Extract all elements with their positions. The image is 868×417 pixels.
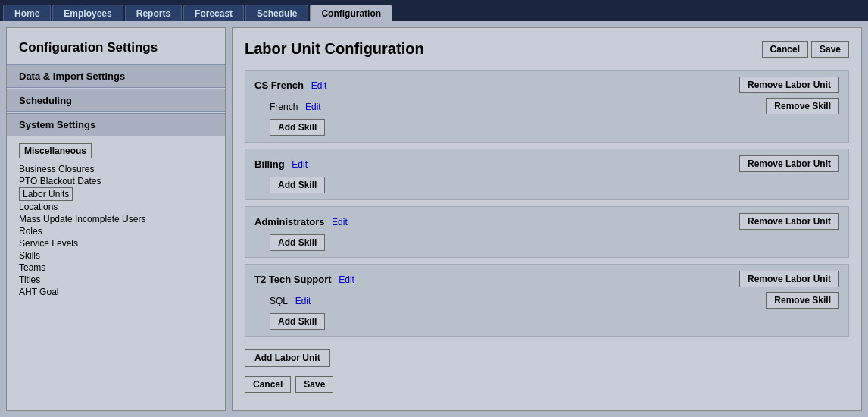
administrators-add-skill-button[interactable]: Add Skill — [270, 234, 325, 251]
skill-row-sql: SQL Edit Remove Skill — [254, 292, 839, 309]
labor-unit-administrators-header: Administrators Edit Remove Labor Unit — [254, 213, 839, 230]
billing-label: Billing — [254, 158, 285, 170]
main-content: Configuration Settings Data & Import Set… — [0, 21, 868, 417]
sidebar-link-mass-update[interactable]: Mass Update Incomplete Users — [19, 213, 213, 225]
administrators-edit-link[interactable]: Edit — [332, 217, 348, 227]
bottom-cancel-button[interactable]: Cancel — [245, 376, 291, 393]
nav-tab-home[interactable]: Home — [3, 5, 51, 21]
skill-french-name-group: French Edit — [270, 101, 321, 112]
skill-french-remove-button[interactable]: Remove Skill — [766, 98, 839, 114]
t2-tech-support-edit-link[interactable]: Edit — [339, 274, 354, 285]
header-save-button[interactable]: Save — [811, 41, 849, 58]
sidebar-link-aht-goal[interactable]: AHT Goal — [19, 286, 213, 298]
skill-sql-label: SQL — [270, 296, 288, 306]
header-buttons: Cancel Save — [762, 41, 849, 58]
add-labor-unit-button[interactable]: Add Labor Unit — [245, 349, 330, 367]
sidebar-title: Configuration Settings — [7, 37, 225, 64]
administrators-remove-button[interactable]: Remove Labor Unit — [739, 213, 839, 230]
sidebar-link-pto-blackout[interactable]: PTO Blackout Dates — [19, 175, 213, 187]
labor-unit-administrators: Administrators Edit Remove Labor Unit Ad… — [245, 206, 849, 258]
t2-add-skill-row: Add Skill — [254, 313, 839, 330]
sidebar-section-scheduling[interactable]: Scheduling — [7, 89, 225, 112]
labor-unit-t2-tech-support: T2 Tech Support Edit Remove Labor Unit S… — [245, 264, 849, 337]
labor-unit-billing-name: Billing Edit — [254, 158, 308, 170]
sidebar-link-roles[interactable]: Roles — [19, 225, 213, 237]
cs-french-add-skill-row: Add Skill — [254, 119, 839, 136]
bottom-save-button[interactable]: Save — [295, 376, 333, 393]
sidebar-link-service-levels[interactable]: Service Levels — [19, 237, 213, 249]
labor-unit-t2-header: T2 Tech Support Edit Remove Labor Unit — [254, 271, 839, 287]
nav-tab-forecast[interactable]: Forecast — [183, 5, 244, 21]
sidebar-section-system[interactable]: System Settings — [7, 113, 225, 136]
administrators-label: Administrators — [254, 216, 324, 227]
labor-unit-billing: Billing Edit Remove Labor Unit Add Skill — [245, 149, 849, 200]
skill-row-french: French Edit Remove Skill — [254, 98, 839, 114]
right-panel: Labor Unit Configuration Cancel Save CS … — [232, 27, 862, 411]
labor-unit-administrators-name: Administrators Edit — [254, 216, 348, 227]
billing-remove-button[interactable]: Remove Labor Unit — [739, 155, 839, 172]
panel-title: Labor Unit Configuration — [245, 40, 424, 58]
sidebar-link-skills[interactable]: Skills — [19, 249, 213, 262]
labor-unit-cs-french-name: CS French Edit — [254, 80, 326, 91]
sidebar-links: Business Closures PTO Blackout Dates Lab… — [7, 161, 225, 299]
t2-tech-support-label: T2 Tech Support — [254, 274, 332, 285]
skill-french-edit-link[interactable]: Edit — [305, 102, 321, 112]
t2-add-skill-button[interactable]: Add Skill — [270, 313, 325, 330]
labor-unit-t2-name: T2 Tech Support Edit — [254, 274, 354, 285]
cs-french-edit-link[interactable]: Edit — [311, 80, 327, 91]
sidebar-link-titles[interactable]: Titles — [19, 274, 213, 286]
labor-unit-cs-french: CS French Edit Remove Labor Unit French … — [245, 70, 849, 143]
sidebar-section-data-import[interactable]: Data & Import Settings — [7, 64, 225, 88]
skill-french-label: French — [270, 102, 298, 112]
sidebar-link-locations[interactable]: Locations — [19, 201, 213, 213]
billing-add-skill-row: Add Skill — [254, 177, 839, 193]
nav-tab-schedule[interactable]: Schedule — [245, 5, 308, 21]
header-cancel-button[interactable]: Cancel — [762, 41, 808, 58]
nav-tab-configuration[interactable]: Configuration — [310, 5, 392, 21]
skill-sql-remove-button[interactable]: Remove Skill — [766, 292, 839, 309]
nav-tab-reports[interactable]: Reports — [125, 5, 182, 21]
sidebar-link-business-closures[interactable]: Business Closures — [19, 163, 213, 175]
sidebar-misc-label[interactable]: Miscellaneous — [19, 143, 92, 158]
nav-bar: Home Employees Reports Forecast Schedule… — [0, 0, 868, 21]
cs-french-remove-button[interactable]: Remove Labor Unit — [739, 77, 839, 93]
sidebar-link-labor-units[interactable]: Labor Units — [19, 187, 73, 201]
sidebar: Configuration Settings Data & Import Set… — [6, 27, 226, 411]
skill-sql-name-group: SQL Edit — [270, 295, 311, 306]
bottom-buttons: Cancel Save — [245, 376, 849, 393]
skill-sql-edit-link[interactable]: Edit — [295, 296, 311, 306]
cs-french-add-skill-button[interactable]: Add Skill — [270, 119, 325, 136]
panel-header: Labor Unit Configuration Cancel Save — [245, 40, 849, 58]
labor-unit-billing-header: Billing Edit Remove Labor Unit — [254, 155, 839, 172]
billing-add-skill-button[interactable]: Add Skill — [270, 177, 325, 193]
nav-tab-employees[interactable]: Employees — [52, 5, 123, 21]
billing-edit-link[interactable]: Edit — [292, 159, 308, 170]
labor-unit-cs-french-header: CS French Edit Remove Labor Unit — [254, 77, 839, 93]
administrators-add-skill-row: Add Skill — [254, 234, 839, 251]
cs-french-label: CS French — [254, 80, 304, 91]
sidebar-link-teams[interactable]: Teams — [19, 262, 213, 274]
t2-tech-support-remove-button[interactable]: Remove Labor Unit — [739, 271, 839, 287]
